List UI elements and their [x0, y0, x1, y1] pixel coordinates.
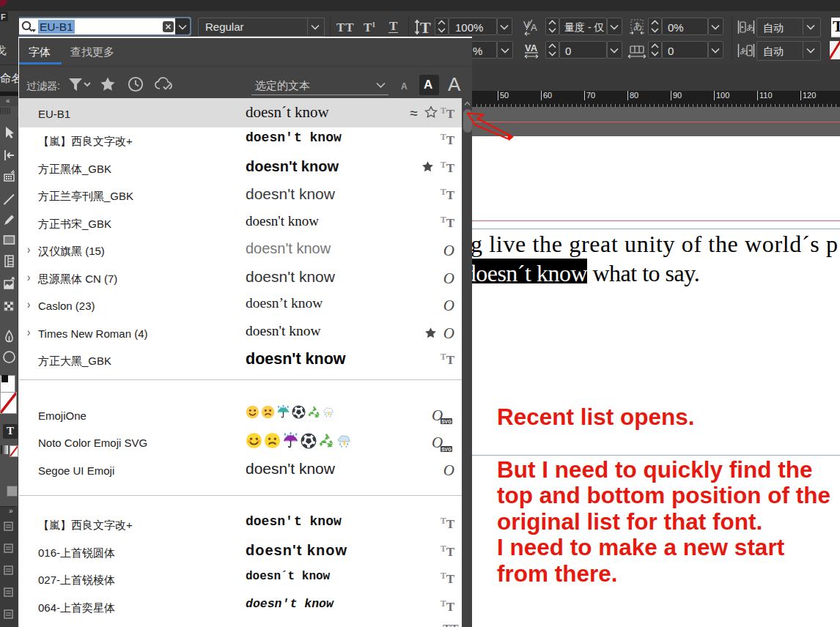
svg-text:T: T [420, 18, 431, 36]
svg-text:VA: VA [525, 42, 538, 53]
svg-text:あ: あ [633, 21, 642, 31]
svg-text:あ: あ [746, 23, 754, 31]
svg-text:A: A [531, 22, 537, 33]
